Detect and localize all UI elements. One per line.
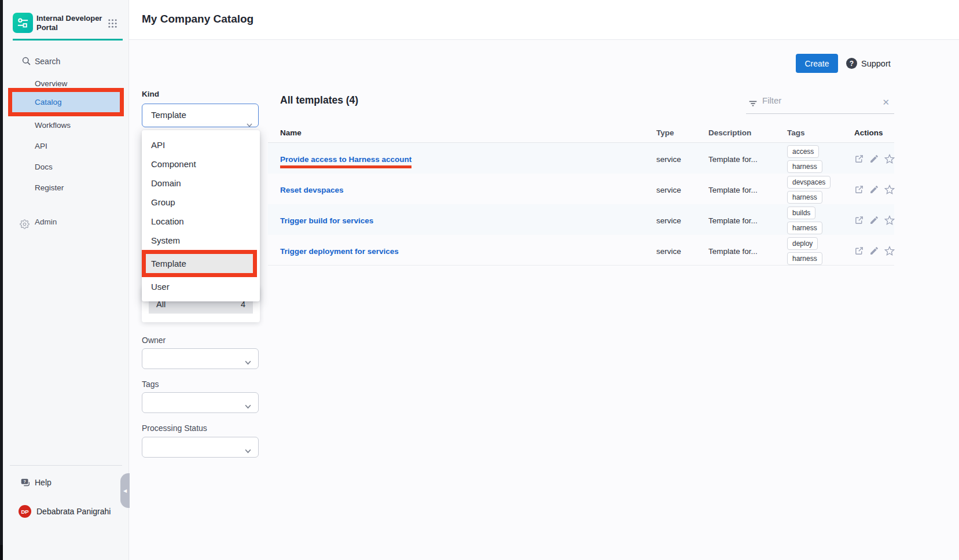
owner-select[interactable] <box>142 348 259 369</box>
kind-dropdown: APIComponentDomainGroupLocationSystemTem… <box>142 130 260 301</box>
sidebar-item-api[interactable]: API <box>3 137 129 156</box>
circuit-icon <box>16 16 30 30</box>
question-circle-icon: ? <box>846 58 857 69</box>
kind-option-system[interactable]: System <box>142 231 260 250</box>
row-tags: devspacesharness <box>787 174 854 206</box>
sidebar-item-help[interactable]: ? Help <box>3 474 129 493</box>
filter-input[interactable] <box>762 95 872 105</box>
star-icon[interactable] <box>884 246 895 256</box>
tag-chip[interactable]: harness <box>787 222 822 234</box>
table-row: Reset devspaces service Template for... … <box>268 174 894 204</box>
app-window: Internal Developer Portal Search Overvie… <box>0 0 959 560</box>
kind-select[interactable]: Template <box>142 104 259 127</box>
processing-status-select[interactable] <box>142 437 259 458</box>
chevron-down-icon <box>245 445 251 456</box>
row-type: service <box>656 155 708 164</box>
page-title: My Company Catalog <box>142 13 253 25</box>
chevron-down-icon <box>245 401 251 411</box>
processing-status-label: Processing Status <box>142 423 207 433</box>
row-tags: accessharness <box>787 143 854 175</box>
filter-icon <box>748 98 758 111</box>
row-actions <box>854 185 895 195</box>
sidebar-item-workflows[interactable]: Workflows <box>3 116 129 135</box>
annotation-box-catalog: Catalog <box>8 88 124 116</box>
tag-chip[interactable]: devspaces <box>787 176 831 189</box>
column-header-tags[interactable]: Tags <box>787 128 854 137</box>
edit-pencil-icon[interactable] <box>869 154 879 164</box>
idp-logo-icon[interactable] <box>13 13 33 33</box>
sidebar-collapse-handle[interactable]: ◀ <box>120 473 130 508</box>
brand-title: Internal Developer Portal <box>36 14 102 33</box>
row-tags: buildsharness <box>787 204 854 237</box>
catalog-table-body: Provide access to Harness account servic… <box>268 143 894 266</box>
owner-label: Owner <box>142 336 166 345</box>
star-icon[interactable] <box>884 185 895 195</box>
tag-chip[interactable]: harness <box>787 160 822 173</box>
support-label: Support <box>861 59 891 68</box>
column-header-description[interactable]: Description <box>708 128 787 137</box>
sidebar-item-admin[interactable]: Admin <box>3 213 129 231</box>
row-type: service <box>656 216 708 225</box>
kind-option-component[interactable]: Component <box>142 154 260 174</box>
edit-pencil-icon[interactable] <box>869 185 879 195</box>
open-in-new-icon[interactable] <box>854 154 864 164</box>
tags-select[interactable] <box>142 392 259 413</box>
kind-option-user[interactable]: User <box>142 277 260 296</box>
row-name-link[interactable]: Trigger deployment for services <box>280 247 399 256</box>
row-type: service <box>656 186 708 194</box>
edit-pencil-icon[interactable] <box>869 215 879 226</box>
row-actions <box>854 246 895 256</box>
table-title: All templates (4) <box>280 94 358 106</box>
kind-option-template[interactable]: Template <box>142 250 257 277</box>
edit-pencil-icon[interactable] <box>869 246 879 256</box>
row-description: Template for... <box>708 216 787 225</box>
page-header: My Company Catalog <box>129 0 959 40</box>
gear-icon <box>20 217 30 235</box>
table-row: Trigger build for services service Templ… <box>268 204 894 235</box>
sidebar-item-catalog[interactable]: Catalog <box>12 92 120 112</box>
user-menu[interactable]: DP Debabrata Panigrahi <box>3 502 129 522</box>
clear-filter-icon[interactable]: ✕ <box>882 97 890 108</box>
row-description: Template for... <box>708 247 787 256</box>
open-in-new-icon[interactable] <box>854 185 864 195</box>
column-header-type[interactable]: Type <box>656 128 708 137</box>
column-header-actions: Actions <box>854 128 894 137</box>
sidebar-item-search[interactable]: Search <box>3 53 129 71</box>
table-filter: ✕ <box>746 93 894 114</box>
sidebar-item-docs[interactable]: Docs <box>3 158 129 176</box>
open-in-new-icon[interactable] <box>854 246 864 256</box>
kind-option-api[interactable]: API <box>142 135 260 154</box>
tag-chip[interactable]: builds <box>787 207 815 219</box>
tag-chip[interactable]: harness <box>787 191 822 204</box>
support-button[interactable]: ? Support <box>846 58 891 69</box>
star-icon[interactable] <box>884 215 895 226</box>
row-actions <box>854 215 895 226</box>
row-name-link[interactable]: Trigger build for services <box>280 216 373 225</box>
kind-label: Kind <box>142 90 159 98</box>
table-header-row: Name Type Description Tags Actions <box>268 123 894 143</box>
row-description: Template for... <box>708 186 787 194</box>
open-in-new-icon[interactable] <box>854 215 864 226</box>
column-header-name[interactable]: Name <box>268 128 656 137</box>
tag-chip[interactable]: harness <box>787 252 822 265</box>
svg-text:?: ? <box>23 479 26 484</box>
search-label: Search <box>35 57 60 66</box>
star-icon[interactable] <box>884 154 895 164</box>
sidebar-item-register[interactable]: Register <box>3 179 129 197</box>
main-content: Create ? Support Kind Template APICompon… <box>129 40 959 560</box>
avatar: DP <box>19 505 31 518</box>
apps-grid-icon[interactable] <box>108 19 117 31</box>
row-name-link[interactable]: Provide access to Harness account <box>280 155 411 168</box>
row-type: service <box>656 247 708 256</box>
help-chat-icon: ? <box>20 477 31 491</box>
chevron-down-icon <box>245 357 251 367</box>
search-icon <box>21 56 31 68</box>
brand-divider <box>13 39 123 40</box>
create-button[interactable]: Create <box>796 54 838 73</box>
tag-chip[interactable]: access <box>787 145 819 158</box>
tag-chip[interactable]: deploy <box>787 237 818 250</box>
kind-option-domain[interactable]: Domain <box>142 174 260 193</box>
row-name-link[interactable]: Reset devspaces <box>280 186 344 194</box>
kind-option-group[interactable]: Group <box>142 193 260 212</box>
kind-option-location[interactable]: Location <box>142 212 260 231</box>
